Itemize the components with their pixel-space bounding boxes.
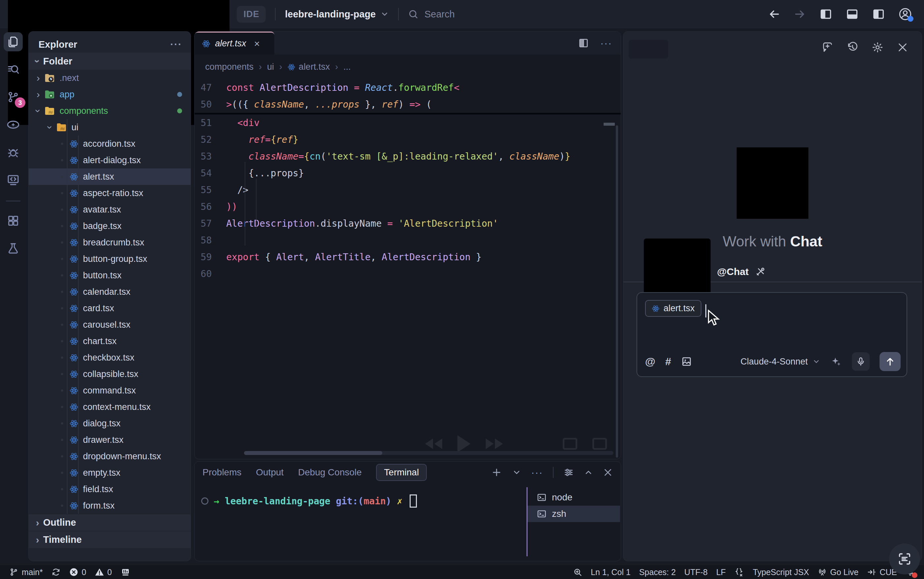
tree-item-button-tsx[interactable]: button.tsx (29, 267, 190, 284)
encoding[interactable]: UTF-8 (684, 568, 707, 577)
tree-item-dialog-tsx[interactable]: dialog.tsx (29, 415, 190, 432)
screen-reader-fab[interactable] (889, 543, 920, 574)
gear-icon[interactable] (871, 41, 883, 53)
tree-item-carousel-tsx[interactable]: carousel.tsx (29, 316, 190, 333)
zoom-icon[interactable] (573, 568, 582, 577)
tree-item-components[interactable]: ›components (29, 103, 190, 119)
process-item-node[interactable]: node (527, 489, 620, 505)
search-input[interactable]: Search (408, 9, 455, 20)
tree-item-form-tsx[interactable]: form.tsx (29, 497, 190, 514)
chat-mode-label[interactable]: @Chat (717, 266, 749, 277)
send-button[interactable] (880, 352, 901, 371)
tree-item-dropdown-menu-tsx[interactable]: dropdown-menu.tsx (29, 448, 190, 465)
horizontal-scrollbar[interactable] (244, 451, 614, 455)
toggle-right-sidebar-icon[interactable] (872, 8, 885, 21)
activity-source-control[interactable]: 3 (3, 88, 23, 106)
tree-item-card-tsx[interactable]: card.tsx (29, 300, 190, 316)
tree-item-drawer-tsx[interactable]: drawer.tsx (29, 432, 190, 448)
breadcrumb-item[interactable]: alert.tsx (287, 62, 330, 72)
tree-item--next[interactable]: ›N.next (29, 70, 190, 86)
hash-icon[interactable]: # (665, 356, 671, 368)
split-editor-icon[interactable] (578, 38, 589, 49)
tree-item-alert-tsx[interactable]: alert.tsx (29, 168, 190, 185)
section-timeline[interactable]: › Timeline (29, 531, 190, 548)
tree-item-context-menu-tsx[interactable]: context-menu.tsx (29, 399, 190, 415)
vertical-scrollbar[interactable] (616, 125, 618, 458)
model-selector[interactable]: Claude-4-Sonnet (740, 357, 820, 367)
tree-item-button-group-tsx[interactable]: button-group.tsx (29, 251, 190, 267)
section-folder[interactable]: › Folder (29, 52, 190, 70)
context-chip-alert-tsx[interactable]: alert.tsx (645, 300, 701, 317)
activity-search[interactable] (3, 60, 23, 79)
chat-input[interactable]: alert.tsx @ # Claude-4-Sonnet (637, 292, 907, 377)
tree-item-field-tsx[interactable]: field.tsx (29, 481, 190, 497)
nav-back-icon[interactable] (768, 8, 780, 20)
tree-item-ui[interactable]: ›ui (29, 119, 190, 136)
tab-alert-tsx[interactable]: alert.tsx × (195, 31, 274, 55)
more-actions-icon[interactable]: ··· (170, 39, 182, 50)
process-item-zsh[interactable]: zsh (527, 505, 620, 522)
activity-explorer[interactable] (3, 32, 23, 51)
panel-tab-problems[interactable]: Problems (202, 467, 241, 478)
warnings-status[interactable]: 0 (95, 568, 112, 577)
panel-tab-debug-console[interactable]: Debug Console (298, 467, 361, 478)
activity-extensions[interactable] (3, 211, 23, 230)
tree-item-aspect-ratio-tsx[interactable]: aspect-ratio.tsx (29, 185, 190, 201)
eol[interactable]: LF (716, 568, 726, 577)
chevron-up-icon[interactable] (584, 468, 593, 477)
tree-item-calendar-tsx[interactable]: calendar.tsx (29, 284, 190, 300)
more-actions-icon[interactable]: ··· (600, 38, 612, 49)
terminal-prompt[interactable]: → leebre-landing-page git:(main) ✗ (201, 494, 417, 508)
tree-item-chart-tsx[interactable]: chart.tsx (29, 333, 190, 349)
activity-testing[interactable] (3, 239, 23, 258)
close-icon[interactable]: × (254, 38, 260, 49)
tree-item-command-tsx[interactable]: command.tsx (29, 382, 190, 399)
go-live[interactable]: Go Live (817, 568, 858, 577)
new-terminal-icon[interactable] (491, 467, 502, 478)
tree-item-badge-tsx[interactable]: badge.tsx (29, 218, 190, 234)
section-outline[interactable]: › Outline (29, 514, 190, 531)
breadcrumb-item[interactable]: ui (267, 62, 274, 72)
sync-icon[interactable] (51, 568, 61, 577)
tree-item-accordion-tsx[interactable]: accordion.tsx (29, 136, 190, 152)
sparkle-icon[interactable] (830, 356, 842, 368)
breadcrumb-item[interactable]: components (205, 62, 254, 72)
activity-preview[interactable] (3, 115, 23, 134)
cursor-position[interactable]: Ln 1, Col 1 (591, 568, 630, 577)
filter-sliders-icon[interactable] (563, 467, 574, 478)
tree-item-avatar-tsx[interactable]: avatar.tsx (29, 201, 190, 218)
more-actions-icon[interactable]: ··· (531, 467, 543, 478)
tree-item-checkbox-tsx[interactable]: checkbox.tsx (29, 349, 190, 366)
project-switcher[interactable]: leebre-landing-page (285, 9, 389, 20)
ports-icon[interactable] (120, 567, 130, 577)
tools-icon[interactable] (755, 267, 766, 277)
close-icon[interactable] (603, 468, 613, 478)
panel-tab-terminal[interactable]: Terminal (376, 464, 427, 481)
close-icon[interactable] (897, 41, 909, 53)
mention-icon[interactable]: @ (645, 356, 655, 368)
new-chat-icon[interactable] (822, 41, 834, 53)
account-button[interactable] (898, 7, 912, 21)
mic-button[interactable] (852, 352, 870, 371)
tree-item-breadcrumb-tsx[interactable]: breadcrumb.tsx (29, 234, 190, 251)
history-icon[interactable] (847, 41, 858, 53)
tree-item-empty-tsx[interactable]: empty.tsx (29, 465, 190, 481)
breadcrumb-item[interactable]: ... (343, 62, 351, 72)
tree-item-alert-dialog-tsx[interactable]: alert-dialog.tsx (29, 152, 190, 168)
indentation[interactable]: Spaces: 2 (639, 568, 676, 577)
errors-status[interactable]: 0 (69, 568, 86, 577)
chevron-down-icon[interactable] (512, 468, 521, 477)
image-icon[interactable] (681, 356, 692, 367)
code-area[interactable]: 47const AlertDescription = React.forward… (195, 79, 621, 459)
nav-forward-icon[interactable] (794, 8, 806, 20)
formatter-icon[interactable] (734, 567, 744, 577)
toggle-panel-icon[interactable] (846, 8, 859, 21)
branch-status[interactable]: main* (9, 568, 43, 577)
panel-tab-output[interactable]: Output (256, 467, 284, 478)
language-mode[interactable]: TypeScript JSX (753, 568, 809, 577)
tree-item-app[interactable]: ›app (29, 86, 190, 103)
tree-item-collapsible-tsx[interactable]: collapsible.tsx (29, 366, 190, 382)
activity-live-preview[interactable] (3, 170, 23, 190)
toggle-left-sidebar-icon[interactable] (819, 8, 832, 21)
activity-debug[interactable] (3, 143, 23, 162)
